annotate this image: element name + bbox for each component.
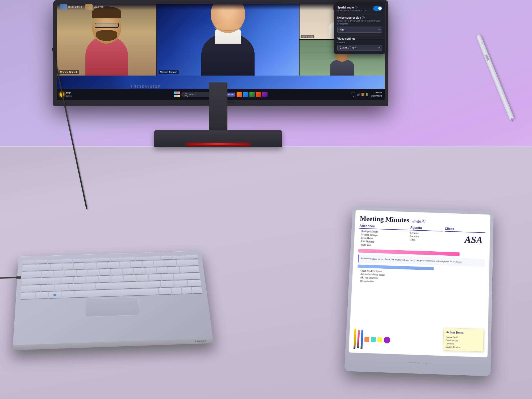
app-icon-3[interactable] [249, 92, 255, 97]
laptop-keyboard: Lenovo [13, 251, 214, 350]
video-name-jenna: Jenna Bates [301, 35, 314, 38]
weather-info: 71°F Sunny [66, 92, 72, 97]
tray-icon-volume[interactable]: 🔊 [357, 93, 360, 96]
notes-content-area: Meeting Minutes Invite AI Attendees Rodr… [348, 210, 491, 358]
search-icon [185, 93, 187, 96]
teams-label: Teams [227, 93, 234, 96]
dropdown-arrow-icon: ▾ [379, 28, 380, 31]
app-icon-2[interactable] [243, 92, 248, 97]
brainstorm-section: Brainstorm ideas for the theme that alig… [358, 255, 485, 267]
monitor-assembly: Rick Hartnett Elvin Yoo [48, 0, 394, 106]
tray-icons: ^ 🔊 📶 🔋 [351, 93, 368, 96]
noise-suppression-label: Noise suppression [337, 16, 361, 19]
taskbar-sep-1 [370, 92, 370, 97]
tray-icon-mic[interactable] [353, 93, 356, 96]
tray-icon-chevron[interactable]: ^ [351, 93, 352, 96]
agenda-3: Click [410, 238, 443, 242]
action-items-title: Action Items [446, 330, 481, 335]
camera-dropdown[interactable]: Camera Front ▾ [337, 45, 382, 51]
spatial-audio-toggle[interactable] [373, 6, 382, 11]
taskbar-tray: ^ 🔊 📶 🔋 2:30 PM 2/28/2023 [351, 91, 382, 98]
clicks-column: Clicks ASA [444, 227, 485, 251]
color-swatches [354, 329, 391, 350]
tablet-screen: Meeting Minutes Invite AI Attendees Rodr… [348, 210, 491, 358]
info-icon-spatial[interactable]: i [355, 6, 358, 9]
participant-name-elvin: Elvin Yoo [94, 6, 103, 8]
action-item-4: Budget Review [446, 345, 481, 349]
spatial-audio-row: Spatial audio i More natural, immersive … [337, 6, 382, 12]
divider-1 [337, 14, 382, 14]
pencil-3 [360, 330, 363, 349]
video-name-melissa: Melissa Tamayo [159, 70, 179, 74]
camera-dropdown-arrow-icon: ▾ [379, 47, 380, 49]
stylus-button[interactable] [485, 55, 489, 61]
swatch-orange [364, 337, 369, 342]
spatial-audio-desc: More natural, immersive sound [337, 9, 367, 12]
action-items-note: Action Items Locate Staff Conduct app De… [443, 328, 484, 352]
stylus-pen [476, 34, 514, 120]
camera-value: Camera Front [340, 46, 356, 49]
tablet-device: Meeting Minutes Invite AI Attendees Rodr… [344, 207, 493, 376]
divider-2 [337, 35, 382, 35]
notes-subtitle: Invite AI [412, 219, 426, 224]
weather-desc: Sunny [66, 95, 72, 97]
agenda-2: Location [410, 235, 443, 239]
windows-key[interactable] [49, 292, 61, 298]
brainstorm-text: Brainstorm ideas for the theme that alig… [361, 257, 483, 264]
pencil-1 [354, 329, 356, 349]
swatch-purple [384, 336, 390, 343]
scene-container: Rick Hartnett Elvin Yoo [0, 0, 532, 399]
red-accent-light [186, 143, 250, 145]
attendees-header: Attendees [359, 224, 408, 230]
video-settings-section: Video settings Camera Camera Front ▾ [337, 37, 382, 51]
monitor-stand-neck [209, 82, 227, 138]
clicks-header: Clicks [445, 227, 485, 233]
noise-suppression-value: High [340, 28, 345, 31]
video-cell-melissa: Melissa Tamayo [157, 4, 299, 76]
thinkvision-label: ThinkVision [130, 84, 161, 89]
bullet-list: Clean Modern Space Art studio / dance st… [357, 269, 484, 286]
spatial-audio-label: Spatial audio [337, 6, 354, 9]
speaker-grill [408, 362, 427, 364]
lenovo-logo-small: Lenovo [195, 339, 207, 343]
noise-suppression-section: Noise suppression i Choose Low if you wa… [337, 16, 382, 33]
search-placeholder: Search [189, 93, 196, 96]
video-cell-rodrigo: Rodrigo Nemeth [57, 4, 156, 76]
app-icon-5[interactable] [262, 92, 267, 97]
swatch-yellow [377, 337, 382, 342]
tray-icon-network[interactable]: 📶 [361, 93, 364, 96]
clock-time: 2:30 PM [371, 91, 382, 94]
camera-label: Camera [337, 41, 382, 44]
taskbar-app-icons [236, 92, 267, 97]
monitor-stand-base [154, 130, 282, 147]
app-icon-4[interactable] [256, 92, 261, 97]
clock-date: 2/28/2023 [371, 94, 382, 98]
attendees-column: Attendees Rodrigo Nemeth Melissa Tamayo … [359, 224, 408, 248]
stylus-tip [511, 118, 514, 122]
touchpad[interactable] [85, 297, 139, 317]
noise-suppression-dropdown[interactable]: High ▾ [337, 27, 382, 33]
video-name-rodrigo: Rodrigo Nemeth [59, 70, 79, 74]
pencil-2 [357, 330, 360, 348]
participant-thumb-elvinyoo: Elvin Yoo [85, 4, 103, 10]
start-button[interactable] [174, 92, 180, 97]
notes-title: Meeting Minutes [360, 215, 409, 224]
info-icon-noise[interactable]: i [362, 16, 365, 19]
weather-temp: 71°F [66, 92, 72, 95]
noise-suppression-desc: Choose Low if you want others to hear mu… [337, 20, 382, 22]
tray-icon-battery[interactable]: 🔋 [365, 93, 368, 96]
agenda-header: Agenda [410, 226, 443, 232]
clock-display[interactable]: 2:30 PM 2/28/2023 [371, 91, 382, 98]
video-settings-label: Video settings [337, 37, 382, 40]
participant-name-rick: Rick Hartnett [68, 6, 82, 8]
app-icon-1[interactable] [236, 92, 242, 97]
asa-logo: ASA [464, 234, 483, 246]
swatch-teal [371, 337, 376, 342]
notification-panel: Spatial audio i More natural, immersive … [334, 3, 386, 54]
participant-thumb-rickhartnet: Rick Hartnett [60, 4, 82, 10]
learn-more-link[interactable]: Learn more [337, 23, 382, 25]
agenda-1: Creative [410, 232, 442, 235]
agenda-column: Agenda Creative Location Click [409, 226, 443, 250]
